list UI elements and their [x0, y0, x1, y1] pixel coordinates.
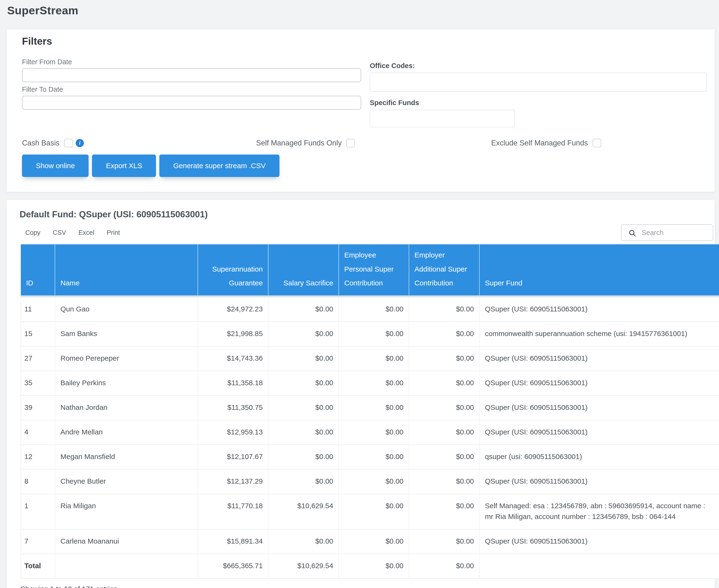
cell-name: Carlena Moananui: [55, 529, 198, 554]
cell-name: Andre Mellan: [55, 420, 198, 445]
office-codes-label: Office Codes:: [370, 62, 706, 70]
table-row: 39Nathan Jordan$11,350.75$0.00$0.00$0.00…: [21, 396, 719, 420]
page-title: SuperStream: [7, 4, 715, 17]
exclude-self-managed-label: Exclude Self Managed Funds: [491, 139, 588, 147]
cell-employer-additional-super-contribution: $0.00: [409, 396, 480, 420]
search-box: [621, 224, 713, 241]
column-header-id[interactable]: ID: [21, 244, 55, 296]
cash-basis-checkbox[interactable]: [64, 139, 73, 147]
cell-name: Ria Miligan: [55, 494, 198, 529]
cell-employer-additional-super-contribution: $0.00: [409, 469, 480, 494]
table-footer: Showing 1 to 10 of 171 entries entries F…: [21, 585, 719, 588]
cell-employer-additional-super-contribution: $0.00: [409, 346, 480, 371]
total-cell-salary-sacrifice: $10,629.54: [268, 554, 339, 579]
cell-id: 35: [21, 371, 55, 396]
cell-id: 8: [21, 469, 55, 494]
export-csv-button[interactable]: CSV: [53, 229, 66, 236]
cell-superannuation-guarantee: $11,358.18: [198, 371, 268, 396]
cell-super-fund: QSuper (USI: 60905115063001): [480, 469, 719, 494]
filter-from-date-input[interactable]: [22, 68, 361, 82]
column-header-name[interactable]: Name: [55, 244, 198, 296]
cell-id: 1: [21, 494, 55, 529]
cell-name: Bailey Perkins: [55, 371, 198, 396]
total-cell-employee-personal-super-contribution: $0.00: [339, 554, 409, 579]
total-cell-employer-additional-super-contribution: $0.00: [409, 554, 480, 579]
table-header-row: IDNameSuperannuation GuaranteeSalary Sac…: [21, 244, 719, 296]
export-xls-button[interactable]: Export XLS: [92, 154, 156, 177]
filter-to-date-input[interactable]: [22, 96, 361, 110]
cell-employer-additional-super-contribution: $0.00: [409, 371, 480, 396]
column-header-super-fund[interactable]: Super Fund: [480, 244, 719, 296]
column-header-superannuation-guarantee[interactable]: Superannuation Guarantee: [198, 244, 268, 296]
cell-employer-additional-super-contribution: $0.00: [409, 494, 480, 529]
total-cell-super-fund: [480, 554, 719, 579]
results-table: IDNameSuperannuation GuaranteeSalary Sac…: [21, 244, 719, 579]
cell-super-fund: QSuper (USI: 60905115063001): [480, 296, 719, 322]
export-print-button[interactable]: Print: [107, 229, 120, 236]
filters-actions: Show online Export XLS Generate super st…: [22, 154, 706, 177]
footer-left: Showing 1 to 10 of 171 entries entries: [21, 585, 568, 588]
cell-id: 15: [21, 322, 55, 346]
export-buttons: CopyCSVExcelPrint: [25, 229, 132, 236]
cell-super-fund: QSuper (USI: 60905115063001): [480, 346, 719, 371]
cell-superannuation-guarantee: $11,350.75: [198, 396, 268, 420]
specific-funds-label: Specific Funds: [370, 99, 706, 107]
cell-employee-personal-super-contribution: $0.00: [339, 371, 409, 396]
table-row: 4Andre Mellan$12,959.13$0.00$0.00$0.00QS…: [21, 420, 719, 445]
cell-salary-sacrifice: $10,629.54: [268, 494, 339, 529]
showing-entries-text: Showing 1 to 10 of 171 entries: [21, 585, 568, 588]
cell-employer-additional-super-contribution: $0.00: [409, 529, 480, 554]
cell-salary-sacrifice: $0.00: [268, 396, 339, 420]
cell-superannuation-guarantee: $11,770.18: [198, 494, 268, 529]
total-cell-name: [55, 554, 198, 579]
cash-basis-group: Cash Basis i: [22, 139, 84, 147]
cell-name: Qun Gao: [55, 296, 198, 322]
show-online-button[interactable]: Show online: [22, 154, 89, 177]
cell-salary-sacrifice: $0.00: [268, 346, 339, 371]
cell-employer-additional-super-contribution: $0.00: [409, 420, 480, 445]
table-row: 8Cheyne Butler$12,137.29$0.00$0.00$0.00Q…: [21, 469, 719, 494]
column-header-employer-additional-super-contribution[interactable]: Employer Additional Super Contribution: [409, 244, 480, 296]
cell-employer-additional-super-contribution: $0.00: [409, 296, 480, 322]
office-codes-input[interactable]: [370, 72, 706, 92]
cell-superannuation-guarantee: $15,891.34: [198, 529, 268, 554]
table-total-row: Total$665,365.71$10,629.54$0.00$0.00: [21, 554, 719, 579]
column-header-employee-personal-super-contribution[interactable]: Employee Personal Super Contribution: [339, 244, 409, 296]
table-toolbar: CopyCSVExcelPrint: [14, 224, 713, 241]
table-row: 35Bailey Perkins$11,358.18$0.00$0.00$0.0…: [21, 371, 719, 396]
cell-employee-personal-super-contribution: $0.00: [339, 445, 409, 469]
export-copy-button[interactable]: Copy: [25, 229, 40, 236]
specific-funds-input[interactable]: [370, 110, 514, 127]
filters-panel: Filters Filter From Date Filter To Date …: [7, 29, 715, 192]
cell-name: Megan Mansfield: [55, 445, 198, 469]
cell-superannuation-guarantee: $12,107.67: [198, 445, 268, 469]
cell-id: 7: [21, 529, 55, 554]
cell-id: 12: [21, 445, 55, 469]
export-excel-button[interactable]: Excel: [79, 229, 94, 236]
cell-salary-sacrifice: $0.00: [268, 529, 339, 554]
self-managed-only-checkbox[interactable]: [346, 139, 355, 147]
column-header-salary-sacrifice[interactable]: Salary Sacrifice: [268, 244, 339, 296]
search-icon: [628, 229, 636, 237]
cell-salary-sacrifice: $0.00: [268, 371, 339, 396]
info-icon[interactable]: i: [76, 139, 84, 147]
cell-employee-personal-super-contribution: $0.00: [339, 529, 409, 554]
generate-csv-button[interactable]: Generate super stream .CSV: [159, 154, 279, 177]
cell-super-fund: QSuper (USI: 60905115063001): [480, 529, 719, 554]
cell-employer-additional-super-contribution: $0.00: [409, 322, 480, 346]
cell-salary-sacrifice: $0.00: [268, 469, 339, 494]
cell-name: Nathan Jordan: [55, 396, 198, 420]
cell-id: 4: [21, 420, 55, 445]
table-row: 12Megan Mansfield$12,107.67$0.00$0.00$0.…: [21, 445, 719, 469]
cell-salary-sacrifice: $0.00: [268, 445, 339, 469]
cell-super-fund: QSuper (USI: 60905115063001): [480, 420, 719, 445]
table-row: 11Qun Gao$24,972.23$0.00$0.00$0.00QSuper…: [21, 296, 719, 322]
cell-employee-personal-super-contribution: $0.00: [339, 469, 409, 494]
filters-left-column: Filter From Date Filter To Date: [22, 58, 370, 127]
table-body: 11Qun Gao$24,972.23$0.00$0.00$0.00QSuper…: [21, 296, 719, 579]
cell-employee-personal-super-contribution: $0.00: [339, 296, 409, 322]
cell-superannuation-guarantee: $12,137.29: [198, 469, 268, 494]
cell-super-fund: qsuper (usi: 60905115063001): [480, 445, 719, 469]
exclude-self-managed-checkbox[interactable]: [593, 139, 601, 147]
cell-employee-personal-super-contribution: $0.00: [339, 494, 409, 529]
